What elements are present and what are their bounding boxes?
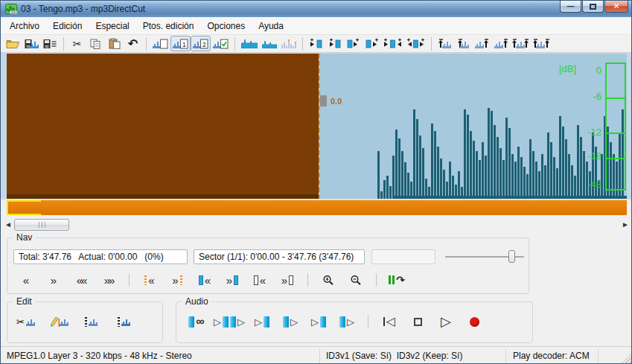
sector-field[interactable]: Sector (1/1): 0'00.00 - 3'47.76 (3'47.76…	[194, 249, 365, 264]
set-cue-4-button[interactable]	[491, 36, 510, 51]
save-button[interactable]	[22, 36, 41, 51]
edit-groupbox: Edit ✂	[7, 301, 163, 343]
wave-bar	[511, 154, 514, 199]
audio-button-row: ∞▷▷▷▷▷▷◁▷	[185, 313, 485, 331]
wave-bar	[571, 165, 573, 199]
part-all-button[interactable]	[150, 36, 170, 51]
play-cut-icon	[230, 316, 236, 328]
part-2-button[interactable]: 2	[191, 36, 211, 51]
play-from-begin-button[interactable]: ▷	[279, 313, 301, 331]
maximize-button[interactable]	[582, 1, 604, 13]
close-button[interactable]: ✕	[604, 1, 628, 13]
cue-in-both-button[interactable]	[381, 36, 404, 51]
step-forward-button[interactable]: »	[42, 271, 65, 289]
begin-wave-icon	[85, 317, 87, 327]
play-to-block-icon	[320, 316, 326, 328]
play-to-begin-button[interactable]: ▷	[251, 313, 273, 331]
menu-ptos-edici-n[interactable]: Ptos. edición	[136, 19, 201, 33]
title-bar[interactable]: cut 03 - Tengo.mp3 - mp3DirectCut — ✕	[1, 1, 632, 17]
next-boundary-button[interactable]: »	[276, 271, 299, 289]
gain-edit-button[interactable]	[48, 313, 70, 331]
play-button[interactable]: ▷	[435, 313, 457, 331]
wave-bar	[422, 148, 424, 199]
save-list-button[interactable]	[41, 36, 60, 51]
cue-out-both-button[interactable]	[404, 36, 427, 51]
wave-zoom-mid-button[interactable]	[260, 36, 279, 51]
slider-thumb[interactable]	[508, 250, 515, 263]
wave-page-icon	[153, 39, 168, 49]
prev-cue-button[interactable]: «	[138, 271, 161, 289]
menu-archivo[interactable]: Archivo	[3, 19, 46, 33]
waveform-region: 0.0 [dB] 0-6-12-18-48	[1, 53, 632, 199]
minimize-icon: —	[567, 2, 575, 10]
part-1-button[interactable]: 1	[170, 36, 191, 51]
paste-button[interactable]	[105, 36, 124, 51]
svg-text:1: 1	[182, 40, 186, 48]
wave-zoom-out-button[interactable]	[279, 36, 299, 51]
wave-bar	[404, 162, 406, 199]
wave-bar	[517, 147, 520, 199]
set-cue-5-button[interactable]	[510, 36, 531, 51]
db-tick-label: -48	[582, 179, 601, 190]
meter-line	[607, 132, 625, 134]
selection-region[interactable]	[7, 54, 319, 199]
prev-boundary-button[interactable]: «	[249, 271, 271, 289]
resize-grip[interactable]	[622, 354, 631, 363]
cue-in-left-button[interactable]	[307, 36, 325, 51]
undo-button[interactable]: ↶	[124, 36, 142, 51]
jump-back-button[interactable]: ««	[70, 271, 92, 289]
minimize-button[interactable]: —	[560, 1, 581, 13]
stop-button[interactable]	[406, 313, 429, 331]
cue-in-right-button[interactable]	[344, 36, 363, 51]
scrollbar-thumb[interactable]	[14, 219, 69, 231]
zoom-slider[interactable]	[445, 249, 524, 264]
skip-to-start-button[interactable]: ◁	[378, 313, 400, 331]
save-list-icon	[43, 39, 57, 49]
sel-start-back-button[interactable]: «	[194, 271, 216, 289]
set-cue-1-button[interactable]	[435, 36, 454, 51]
overview-position-bar[interactable]	[7, 200, 627, 215]
wave-bar	[553, 157, 555, 199]
loop-button[interactable]: ∞	[185, 313, 208, 331]
next-cue-button[interactable]: »	[166, 271, 188, 289]
set-cue-3-button[interactable]	[473, 36, 491, 51]
step-back-button[interactable]: «	[15, 271, 37, 289]
open-button[interactable]	[4, 36, 22, 51]
sel-end-forward-button[interactable]: »	[221, 271, 243, 289]
pause-preview-button[interactable]: ↷	[386, 271, 408, 289]
scroll-right-arrow-icon[interactable]: ►	[621, 220, 630, 229]
zoom-in-button[interactable]	[317, 271, 339, 289]
menu-ayuda[interactable]: Ayuda	[252, 19, 290, 33]
cut-button[interactable]: ✂	[68, 36, 86, 51]
cue-out-right-button[interactable]	[363, 36, 381, 51]
zoom-out-button[interactable]	[345, 271, 367, 289]
position-field[interactable]: Total: 3'47.76 Actual: 0'00.00 (0%)	[13, 249, 188, 264]
copy-button[interactable]	[86, 36, 105, 51]
cut-position-line[interactable]	[319, 54, 320, 199]
part-check-button[interactable]	[211, 36, 231, 51]
wave-bar	[392, 156, 395, 199]
waveform-canvas[interactable]: 0.0 [dB] 0-6-12-18-48	[7, 54, 627, 199]
play-from-end-button[interactable]: ▷	[336, 313, 358, 331]
scroll-left-arrow-icon[interactable]: ◄	[4, 220, 13, 229]
play-over-cut-button[interactable]: ▷▷	[214, 313, 245, 331]
jump-forward-button[interactable]: »»	[98, 271, 120, 289]
set-begin-button[interactable]	[80, 313, 103, 331]
wave-zoom-in-button[interactable]	[239, 36, 260, 51]
horizontal-scrollbar: ◄ ►	[1, 218, 632, 233]
cut-selection-button[interactable]: ✂	[15, 313, 37, 331]
set-cue-6-button[interactable]	[531, 36, 552, 51]
set-end-button[interactable]	[113, 313, 135, 331]
menu-especial[interactable]: Especial	[89, 19, 135, 33]
set-cue-2-button[interactable]	[454, 36, 473, 51]
status-bar: MPEG1.0 Layer 3 - 320 kbps - 48 kHz - St…	[1, 346, 632, 364]
menu-edici-n[interactable]: Edición	[46, 19, 89, 33]
menu-opciones[interactable]: Opciones	[200, 19, 252, 33]
wave-bar	[383, 180, 386, 199]
overview-selection-marker[interactable]	[7, 200, 41, 215]
status-id3: ID3v1 (Save: Sí) ID3v2 (Keep: Sí)	[326, 351, 462, 361]
cue-out-left-button[interactable]	[325, 36, 344, 51]
record-button[interactable]	[463, 313, 485, 331]
play-to-end-button[interactable]: ▷	[307, 313, 330, 331]
cursor-handle[interactable]	[320, 95, 327, 106]
